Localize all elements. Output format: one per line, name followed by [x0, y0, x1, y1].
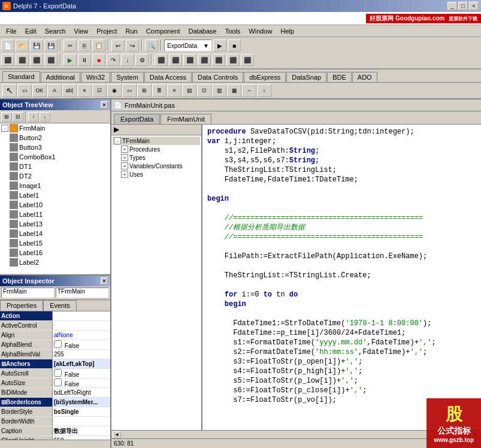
menu-database[interactable]: Database	[185, 27, 220, 35]
menu-edit[interactable]: Edit	[22, 27, 40, 35]
comp-btn10[interactable]: ≡	[167, 84, 181, 97]
insp-val-alphablendval[interactable]: 255	[53, 351, 110, 358]
tb-cut-button[interactable]: ✂	[63, 40, 77, 52]
comp-btn16[interactable]: ↕	[257, 84, 271, 97]
tree-btn2[interactable]: ⊟	[13, 112, 23, 122]
maximize-button[interactable]: □	[458, 2, 468, 10]
insp-val-anchors[interactable]: [akLeft,akTop]	[53, 361, 110, 367]
comp-btn8[interactable]: ⊞	[137, 84, 152, 97]
tb-new-button[interactable]: 📄	[1, 40, 14, 52]
menu-run[interactable]: Run	[122, 27, 141, 35]
inspector-object-combo[interactable]: FrmMain	[1, 287, 55, 298]
mid-tree-variables[interactable]: + Variables/Constants	[120, 162, 200, 170]
tb2-trace-button[interactable]: ↓	[121, 54, 134, 66]
tree-label2[interactable]: Label2	[0, 258, 110, 267]
comp-btn11[interactable]: ▤	[182, 84, 196, 97]
menu-tools[interactable]: Tools	[222, 27, 244, 35]
tree-label16[interactable]: Label16	[0, 248, 110, 258]
tb2-run-button[interactable]: ▶	[63, 54, 77, 66]
tb-redo-button[interactable]: ↪	[126, 40, 139, 52]
tree-frmmain[interactable]: - FrmMain	[0, 123, 110, 133]
tb2-misc7[interactable]: ⬛	[241, 54, 254, 66]
code-editor[interactable]: procedure SaveDataToCSV(pid:String;tdn:i…	[202, 125, 481, 430]
minimize-button[interactable]: _	[447, 2, 457, 10]
palette-tab-standard[interactable]: Standard	[2, 71, 40, 82]
tree-label13[interactable]: Label13	[0, 219, 110, 229]
tree-label1[interactable]: Label1	[0, 190, 110, 200]
tree-btn1[interactable]: ⊞	[1, 112, 12, 122]
comp-btn4[interactable]: ≡	[77, 84, 92, 97]
tb2-misc5[interactable]: ⬛	[212, 54, 225, 66]
treeview-close-button[interactable]: ×	[101, 101, 108, 108]
tb2-btn2[interactable]: ⬛	[16, 54, 29, 66]
inspector-close-button[interactable]: ×	[101, 277, 108, 284]
mid-tree-expand-frmmain[interactable]: -	[114, 137, 121, 144]
title-controls[interactable]: _ □ ×	[447, 2, 479, 10]
menu-help[interactable]: Help	[277, 27, 298, 35]
tb2-misc1[interactable]: ⬛	[155, 54, 168, 66]
close-button[interactable]: ×	[469, 2, 479, 10]
tb2-btn3[interactable]: ⬛	[30, 54, 43, 66]
tab-events[interactable]: Events	[43, 300, 77, 311]
tb-search-button[interactable]: 🔍	[145, 40, 158, 52]
tb-extra2-button[interactable]: ■	[228, 40, 241, 52]
tree-down-button[interactable]: ↓	[40, 112, 50, 122]
insp-val-caption[interactable]: 数据导出	[53, 427, 110, 435]
menu-view[interactable]: View	[71, 27, 92, 35]
tb2-btn1[interactable]: ⬛	[1, 54, 14, 66]
menu-search[interactable]: Search	[41, 27, 69, 35]
comp-pointer[interactable]: ↖	[2, 84, 17, 97]
palette-tab-win32[interactable]: Win32	[81, 72, 110, 82]
tree-expand-frmmain[interactable]: -	[1, 125, 8, 132]
mid-expand-types[interactable]: +	[121, 154, 128, 161]
mid-tree-uses[interactable]: + Uses	[120, 170, 200, 178]
treeview-content[interactable]: - FrmMain Button2 Button3 ComboBox1	[0, 123, 110, 274]
tb-dropdown[interactable]: ExportData ▼	[164, 40, 212, 52]
palette-tab-system[interactable]: System	[111, 72, 144, 82]
tb2-step-button[interactable]: ↷	[107, 54, 120, 66]
palette-tab-datasnap[interactable]: DataSnap	[286, 72, 326, 82]
mid-tree-frmmain[interactable]: - TFrmMain	[113, 137, 200, 145]
comp-btn7[interactable]: ▭	[122, 84, 137, 97]
mid-tree-types[interactable]: + Types	[120, 153, 200, 162]
comp-frame[interactable]: ▭	[17, 84, 32, 97]
menu-project[interactable]: Project	[93, 27, 120, 35]
palette-tab-bde[interactable]: BDE	[327, 72, 352, 82]
tb2-stop-button[interactable]: ■	[92, 54, 105, 66]
tree-button2[interactable]: Button2	[0, 133, 110, 143]
insp-val-bidimode[interactable]: bdLeftToRight	[53, 389, 110, 396]
comp-btn14[interactable]: ▦	[227, 84, 241, 97]
comp-btn13[interactable]: ▥	[212, 84, 226, 97]
menu-component[interactable]: Component	[143, 27, 184, 35]
comp-btn2[interactable]: A	[47, 84, 62, 97]
tree-combobox1[interactable]: ComboBox1	[0, 152, 110, 162]
comp-btn12[interactable]: ⊡	[197, 84, 211, 97]
comp-btn1[interactable]: OK	[32, 84, 47, 97]
tb-saveall-button[interactable]: 💾	[44, 40, 58, 52]
tb2-misc6[interactable]: ⬛	[226, 54, 240, 66]
menu-file[interactable]: File	[2, 27, 20, 35]
tb-paste-button[interactable]: 📋	[92, 40, 105, 52]
tree-dt2[interactable]: DT2	[0, 171, 110, 181]
insp-val-autoscroll[interactable]: False	[53, 369, 110, 378]
tb-extra1-button[interactable]: ▶	[213, 40, 226, 52]
tree-button3[interactable]: Button3	[0, 143, 110, 152]
tb2-btn4[interactable]: ⬛	[44, 54, 58, 66]
tb2-misc2[interactable]: ⬛	[169, 54, 182, 66]
mid-expand-variables[interactable]: +	[121, 162, 128, 169]
comp-btn3[interactable]: ab|	[62, 84, 77, 97]
insp-val-autosize[interactable]: False	[53, 379, 110, 388]
tab-frmmainunit[interactable]: FrmMainUnit	[161, 114, 211, 124]
tb-undo-button[interactable]: ↩	[111, 40, 125, 52]
tree-image1[interactable]: Image1	[0, 181, 110, 190]
menu-window[interactable]: Window	[245, 27, 276, 35]
insp-val-alphablend[interactable]: False	[53, 340, 110, 349]
tree-label15[interactable]: Label15	[0, 238, 110, 248]
tb-save-button[interactable]: 💾	[30, 40, 43, 52]
tb2-misc4[interactable]: ⬛	[198, 54, 211, 66]
comp-btn6[interactable]: ◉	[107, 84, 122, 97]
tree-dt1[interactable]: DT1	[0, 162, 110, 171]
tb-copy-button[interactable]: ⎘	[78, 40, 91, 52]
tab-exportdata[interactable]: ExportData	[114, 114, 160, 124]
inspector-type-combo[interactable]: TFrmMain	[56, 287, 109, 298]
